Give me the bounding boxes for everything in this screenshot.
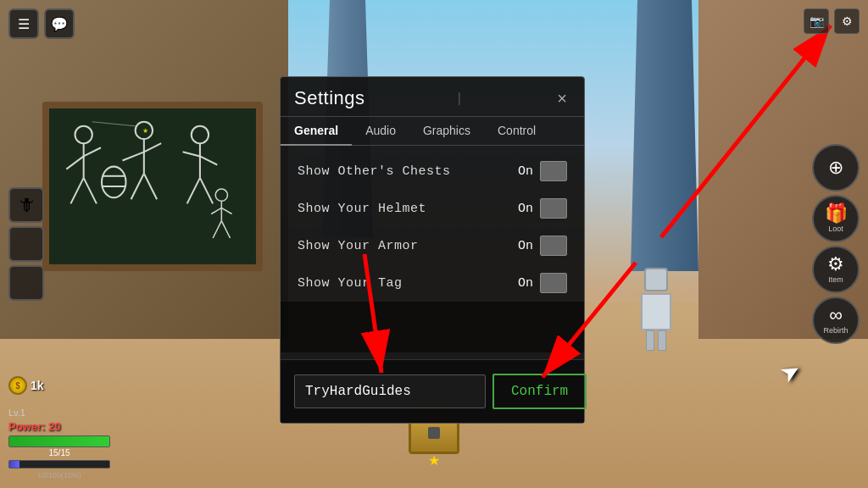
svg-line-24 — [221, 208, 231, 214]
rebirth-label: Rebirth — [823, 326, 848, 335]
level-text: Lv.1 — [8, 408, 110, 418]
svg-line-25 — [213, 221, 221, 238]
chest-star: ★ — [428, 452, 440, 469]
settings-modal: Settings | × General Audio Graphics Cont… — [280, 76, 585, 424]
setting-value-chests: On — [518, 164, 533, 179]
chat-button[interactable]: 💬 — [44, 8, 75, 39]
settings-empty-area — [281, 302, 584, 352]
setting-label-armor: Show Your Armor — [298, 239, 419, 253]
svg-line-2 — [66, 156, 83, 169]
svg-line-26 — [221, 221, 230, 238]
item-slot-3[interactable] — [8, 265, 44, 301]
svg-line-28 — [92, 122, 136, 126]
hud-topright: 📷 ⚙ — [804, 8, 860, 34]
setting-value-tag: On — [518, 276, 533, 291]
left-item-slots: 🗡 — [8, 187, 44, 301]
stick-figures-decoration: ★ — [49, 108, 256, 264]
bottom-hud: Lv.1 Power: 20 15/15 10/100(10%) — [8, 408, 110, 480]
setting-label-helmet: Show Your Helmet — [298, 202, 426, 216]
power-text: Power: 20 — [8, 420, 110, 433]
rebirth-button[interactable]: ∞ Rebirth — [812, 297, 860, 344]
robot-leg-right — [658, 330, 666, 351]
cart-icon: ⊕ — [828, 158, 843, 177]
health-fill — [9, 436, 109, 446]
toggle-chests[interactable] — [540, 161, 567, 181]
robot-body — [641, 293, 671, 330]
health-bar — [8, 435, 110, 447]
tab-graphics[interactable]: Graphics — [409, 117, 484, 146]
svg-line-4 — [70, 178, 83, 204]
svg-line-10 — [131, 174, 144, 200]
health-text: 15/15 — [8, 448, 110, 458]
settings-button[interactable]: ⚙ — [834, 8, 860, 34]
setting-value-armor: On — [518, 239, 533, 253]
setting-right-tag: On — [518, 273, 567, 293]
setting-row-chests: Show Other's Chests On — [281, 152, 584, 190]
tab-control[interactable]: Control — [484, 117, 549, 146]
robot-head — [644, 268, 668, 291]
toggle-armor[interactable] — [540, 236, 567, 256]
setting-right-armor: On — [518, 236, 567, 256]
xp-fill — [9, 461, 19, 468]
cart-button[interactable]: ⊕ — [812, 144, 860, 191]
svg-line-17 — [183, 152, 200, 156]
svg-text:★: ★ — [142, 127, 148, 135]
setting-row-armor: Show Your Armor On — [281, 227, 584, 264]
svg-line-9 — [144, 143, 161, 152]
svg-point-15 — [192, 126, 209, 143]
modal-close-button[interactable]: × — [554, 90, 570, 107]
svg-line-18 — [200, 156, 217, 164]
svg-point-12 — [102, 167, 125, 198]
loot-icon: 🎁 — [825, 204, 848, 223]
settings-body: Show Other's Chests On Show Your Helmet … — [281, 146, 584, 359]
xp-bar — [8, 460, 110, 469]
screenshot-button[interactable]: 📷 — [804, 8, 829, 34]
coin-amount: 1k — [31, 379, 44, 392]
coin-display: $ 1k — [8, 376, 44, 395]
toggle-helmet[interactable] — [540, 198, 567, 219]
item-slot-2[interactable] — [8, 226, 44, 262]
modal-bottom: Confirm — [281, 359, 584, 423]
svg-point-21 — [215, 189, 227, 201]
svg-line-19 — [187, 178, 200, 204]
name-input[interactable] — [294, 374, 486, 408]
robot-figure — [631, 268, 682, 352]
svg-line-8 — [122, 152, 143, 160]
rebirth-icon: ∞ — [829, 306, 843, 324]
setting-right-helmet: On — [518, 198, 567, 219]
item-icon: ⚙ — [827, 255, 844, 274]
xp-text: 10/100(10%) — [8, 471, 110, 480]
item-button[interactable]: ⚙ Item — [812, 246, 860, 293]
svg-line-23 — [211, 208, 221, 214]
toggle-tag[interactable] — [540, 273, 567, 293]
setting-value-helmet: On — [518, 202, 533, 216]
loot-label: Loot — [828, 225, 843, 233]
setting-row-helmet: Show Your Helmet On — [281, 190, 584, 227]
robot-legs — [646, 330, 666, 351]
hud-topleft: ☰ 💬 — [8, 8, 75, 39]
svg-line-20 — [200, 178, 213, 204]
modal-tabs: General Audio Graphics Control — [281, 117, 584, 146]
setting-label-chests: Show Other's Chests — [298, 164, 451, 179]
item-slot-1[interactable]: 🗡 — [8, 187, 44, 223]
svg-line-11 — [144, 174, 157, 200]
svg-line-5 — [84, 178, 97, 204]
tab-general[interactable]: General — [281, 117, 352, 146]
coin-icon: $ — [8, 376, 27, 395]
right-action-buttons: ⊕ 🎁 Loot ⚙ Item ∞ Rebirth — [812, 144, 860, 344]
svg-point-0 — [75, 126, 92, 143]
item-label: Item — [828, 275, 843, 284]
confirm-button[interactable]: Confirm — [492, 374, 587, 409]
modal-title: Settings — [294, 87, 365, 109]
chest-lock — [428, 427, 440, 439]
item-icon-1: 🗡 — [17, 194, 36, 216]
setting-label-tag: Show Your Tag — [298, 276, 403, 291]
modal-title-bar: Settings | × — [281, 77, 584, 117]
loot-button[interactable]: 🎁 Loot — [812, 195, 860, 242]
health-bar-container: 15/15 — [8, 435, 110, 458]
setting-row-tag: Show Your Tag On — [281, 264, 584, 302]
menu-button[interactable]: ☰ — [8, 8, 39, 39]
setting-right-chests: On — [518, 161, 567, 181]
bg-pillar-right — [631, 0, 698, 271]
tab-audio[interactable]: Audio — [352, 117, 409, 146]
